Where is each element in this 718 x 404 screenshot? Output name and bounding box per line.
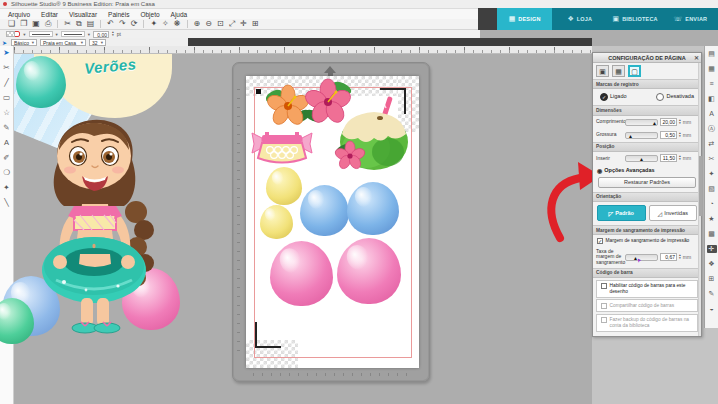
pink-balloon[interactable] [270, 241, 333, 306]
document-name-dropdown[interactable]: Praia em Casa▾ [40, 39, 86, 46]
file-tool-icon[interactable]: ❏ [8, 19, 15, 29]
barcode-enable-checkbox[interactable]: Habilitar código de barras para este des… [597, 281, 697, 297]
edit-tool-icon[interactable]: ⧉ [76, 19, 82, 29]
length-value-input[interactable]: 20,00 [660, 118, 677, 126]
zoom-tool-icon[interactable]: ⊡ [217, 19, 224, 29]
drawing-tool-icon[interactable]: ╱ [4, 79, 9, 87]
zoom-tool-icon[interactable]: ⊞ [252, 19, 259, 29]
length-stepper[interactable]: ▴▾ [679, 119, 681, 125]
barcode-backup-checkbox[interactable]: Fazer backup do código de barras na cont… [597, 315, 697, 331]
registration-marks-tab-icon[interactable]: ▢ [628, 65, 641, 77]
drawing-tool-icon[interactable]: ✦ [3, 184, 9, 192]
inset-value-input[interactable]: 11,50 [660, 154, 677, 162]
pink-balloon[interactable] [337, 238, 401, 304]
line-style-preview[interactable] [29, 31, 53, 37]
inset-slider[interactable]: ▲ [625, 155, 658, 162]
menu-item[interactable]: Arquivo [8, 11, 30, 18]
edit-tool-icon[interactable]: ✂ [64, 19, 71, 29]
panel-tool-icon[interactable]: ⇄ [707, 140, 717, 148]
drawing-tool-icon[interactable]: A [4, 139, 9, 147]
effect-tool-icon[interactable]: ✦ [150, 19, 157, 29]
bleed-rate-stepper[interactable]: ▴▾ [679, 254, 681, 260]
tab-design[interactable]: ▦DESIGN [497, 8, 552, 30]
tab-loja[interactable]: ❖LOJA [552, 8, 607, 30]
dropdown-arrow-icon[interactable]: ▾ [23, 32, 25, 37]
panel-tool-icon[interactable]: Ⓐ [707, 125, 717, 133]
effect-tool-icon[interactable]: ✧ [162, 19, 169, 29]
drawing-tool-icon[interactable]: ➤ [3, 49, 9, 57]
fill-transparent-swatch[interactable] [6, 31, 15, 37]
inset-stepper[interactable]: ▴▾ [679, 155, 681, 161]
girl-character-artwork[interactable] [30, 90, 160, 334]
bleed-rate-value-input[interactable]: 0,67 [660, 253, 677, 261]
yellow-balloon[interactable] [266, 167, 302, 205]
drawing-tool-icon[interactable]: ▭ [3, 94, 10, 102]
thickness-stepper[interactable]: ▴▾ [679, 132, 681, 138]
panel-tool-icon[interactable]: ▦ [707, 65, 717, 73]
panel-tool-icon[interactable]: ◧ [707, 95, 717, 103]
length-slider[interactable]: ▲ [625, 119, 658, 126]
page-setup-tab-icon[interactable]: ▣ [596, 65, 609, 77]
panel-tool-icon[interactable]: A [707, 110, 717, 118]
checkbox-empty-icon[interactable] [601, 317, 607, 323]
checkbox-empty-icon[interactable] [601, 303, 607, 309]
panel-tool-icon[interactable]: ✂ [707, 155, 717, 163]
stroke-width-stepper[interactable]: ▴▾ [112, 31, 114, 37]
checkbox-checked-icon[interactable]: ✓ [597, 238, 603, 244]
drawing-tool-icon[interactable]: ☆ [3, 109, 10, 117]
file-tool-icon[interactable]: ❐ [20, 19, 27, 29]
tab-enviar[interactable]: ☏ENVIAR [663, 8, 718, 30]
checkbox-empty-icon[interactable] [601, 283, 607, 289]
menu-item[interactable]: Painéis [108, 11, 129, 18]
restore-defaults-button[interactable]: Restaurar Padrões [598, 177, 696, 188]
undo-tool-icon[interactable]: ↷ [119, 19, 126, 29]
yellow-balloon[interactable] [260, 205, 293, 239]
panel-tool-icon[interactable]: ≡ [707, 80, 717, 88]
drawing-tool-icon[interactable]: ╲ [4, 199, 9, 207]
panel-tool-icon[interactable]: ◔ [707, 200, 717, 208]
menu-item[interactable]: Visualizar [69, 11, 97, 18]
zoom-tool-icon[interactable]: ⊖ [205, 19, 212, 29]
bleed-checkbox-row[interactable]: ✓ Margem de sangramento de impressão [593, 235, 701, 246]
tab-biblioteca[interactable]: ▣BIBLIOTECA [608, 8, 663, 30]
panel-tool-icon[interactable]: ▤ [707, 50, 717, 58]
menu-item[interactable]: Ajuda [171, 11, 188, 18]
barcode-share-checkbox[interactable]: Compartilhar código de barras [597, 300, 697, 311]
panel-tool-icon[interactable]: ❖ [707, 260, 717, 268]
dropdown-arrow-icon[interactable]: ▾ [88, 32, 90, 37]
panel-tool-icon[interactable]: ✎ [707, 290, 717, 298]
panel-scrollbar[interactable] [698, 63, 701, 336]
menu-item[interactable]: Objeto [140, 11, 159, 18]
panel-tool-icon[interactable]: ✛ [707, 245, 717, 253]
selection-handle[interactable] [256, 89, 261, 94]
undo-tool-icon[interactable]: ⟳ [131, 19, 138, 29]
close-icon[interactable]: ✕ [694, 53, 699, 63]
effect-tool-icon[interactable]: ❋ [174, 19, 181, 29]
bikini-top-artwork[interactable] [250, 132, 314, 168]
undo-tool-icon[interactable]: ↶ [107, 19, 114, 29]
slider-marker-icon[interactable]: ▲ [652, 121, 657, 126]
blue-balloon[interactable] [347, 182, 399, 235]
zoom-tool-icon[interactable]: ⤢ [229, 19, 235, 29]
orientation-standard-button[interactable]: ◸Padrão [597, 205, 646, 221]
orientation-inverted-button[interactable]: ◿Invertidas [649, 205, 698, 221]
file-tool-icon[interactable]: ⎙ [45, 19, 51, 29]
panel-tool-icon[interactable]: ▩ [707, 230, 717, 238]
panel-tool-icon[interactable]: ⊞ [707, 275, 717, 283]
advanced-options-link[interactable]: ◉ Opções Avançadas [593, 165, 701, 176]
panel-tool-icon[interactable]: ◒ [707, 305, 717, 313]
zoom-tool-icon[interactable]: ⊕ [194, 19, 201, 29]
panel-tool-icon[interactable]: ★ [707, 215, 717, 223]
radio-on[interactable]: ✓Ligado [600, 93, 627, 101]
slider-marker-icon[interactable]: ▲ [628, 134, 633, 139]
thickness-value-input[interactable]: 0,50 [660, 131, 677, 139]
edit-tool-icon[interactable]: ▤ [87, 19, 95, 29]
blue-balloon[interactable] [300, 185, 349, 236]
panel-tool-icon[interactable]: ▧ [707, 185, 717, 193]
slider-marker-icon[interactable]: ▲ [639, 157, 644, 162]
bleed-rate-slider[interactable]: ▲ ➤ [625, 254, 658, 261]
file-tool-icon[interactable]: ▣ [32, 19, 40, 29]
drawing-tool-icon[interactable]: ✎ [3, 124, 9, 132]
stroke-width-input[interactable]: 0,00 [93, 31, 109, 38]
line-weight-preview[interactable] [61, 31, 85, 37]
